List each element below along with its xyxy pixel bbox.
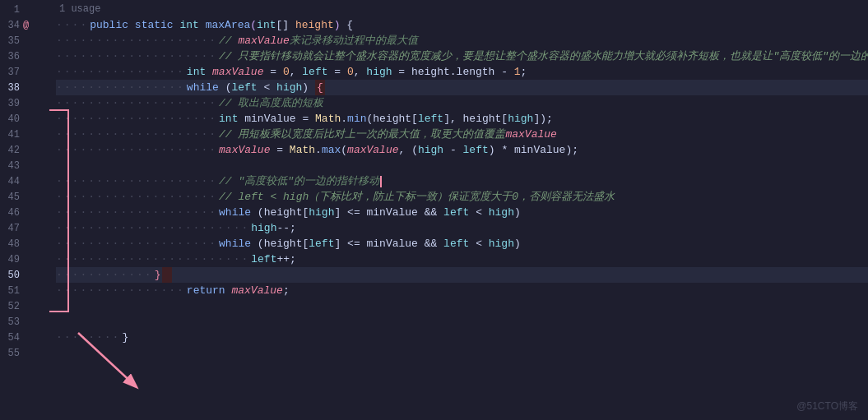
code-line-45: ···················· // left < high（下标比对…	[56, 189, 868, 205]
code-line-43	[56, 158, 868, 173]
code-line-47: ························ high --;	[56, 220, 868, 236]
usage-text: 1 usage	[59, 2, 100, 17]
code-line-38: ················ while ( left < high ) {	[56, 80, 868, 95]
code-line-51: ················ return maxValue ;	[56, 283, 868, 298]
code-line-37: ················ int maxValue = 0 , left…	[56, 64, 868, 80]
code-line-54: ········ }	[56, 330, 868, 345]
code-content: 1 usage ···· public static int maxArea (…	[49, 0, 868, 420]
code-line-48: ···················· while (height[ left…	[56, 236, 868, 252]
usage-line: 1 usage	[56, 2, 868, 17]
code-line-49: ························ left ++;	[56, 252, 868, 267]
code-line-40: ···················· int minValue = Math…	[56, 111, 868, 127]
code-line-52	[56, 298, 868, 314]
text-cursor	[380, 176, 382, 187]
code-editor: 1 34@ 35 36 37 38 39 40 41 42 43 44 45 4…	[0, 0, 868, 420]
code-line-50: ············ }	[56, 267, 868, 283]
watermark: @51CTO博客	[796, 399, 858, 413]
code-line-34: ···· public static int maxArea ( int [] …	[56, 17, 868, 33]
code-line-39: ···················· // 取出高度底的短板	[56, 95, 868, 111]
code-line-41: ···················· // 用短板乘以宽度后比对上一次的最大…	[56, 127, 868, 142]
code-line-44: ···················· // "高度较低"的一边的指针移动	[56, 173, 868, 189]
code-line-53	[56, 314, 868, 330]
code-line-46: ···················· while (height[ high…	[56, 205, 868, 220]
code-line-35: ···················· // maxValue来记录移动过程中…	[56, 33, 868, 48]
code-line-42: ···················· maxValue = Math . m…	[56, 142, 868, 158]
line-numbers: 1 34@ 35 36 37 38 39 40 41 42 43 44 45 4…	[0, 0, 49, 420]
code-line-55	[56, 345, 868, 361]
code-line-36: ···················· // 只要指针移动就会让整个盛水容器的…	[56, 48, 868, 64]
